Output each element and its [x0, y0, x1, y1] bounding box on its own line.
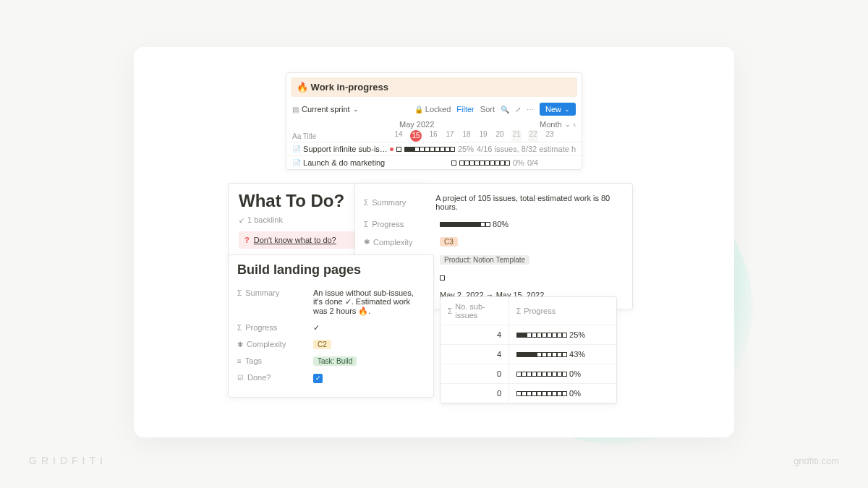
- cell-sub-issues: 0: [441, 384, 509, 403]
- gear-icon: ✱: [237, 341, 243, 348]
- wip-toolbar: ▤ Current sprint ⌄ 🔒 Locked Filter Sort …: [286, 100, 582, 119]
- view-switcher[interactable]: ▤ Current sprint ⌄: [292, 105, 359, 114]
- build-landing-pages-panel: Build landing pages ΣSummary An issue wi…: [228, 254, 434, 398]
- row-meta: 4/16 issues, 8/32 estimate h: [477, 145, 576, 153]
- month-label: May 2022: [292, 120, 434, 129]
- chevron-left-icon[interactable]: ‹: [574, 121, 576, 129]
- tag-pill: Product: Notion Template: [440, 255, 529, 265]
- cell-sub-issues: 4: [441, 345, 509, 364]
- lock-icon: 🔒: [414, 106, 423, 114]
- timeline-day[interactable]: 22: [528, 130, 538, 142]
- timeline-day[interactable]: 19: [478, 130, 488, 142]
- scale-switcher[interactable]: Month ⌄ ‹: [540, 120, 576, 129]
- search-icon[interactable]: 🔍: [501, 106, 509, 114]
- complexity-tag: C2: [313, 340, 331, 349]
- more-icon[interactable]: ⋯: [527, 106, 534, 114]
- expand-icon[interactable]: ⤢: [515, 106, 521, 114]
- brand-wordmark: GRIDFITI: [29, 455, 107, 466]
- page-icon: 📄: [292, 145, 301, 153]
- prop-complexity: ✱Complexity C3: [355, 233, 632, 251]
- chevron-down-icon: ⌄: [565, 121, 571, 128]
- timeline-row[interactable]: 📄 Support infinite sub-issues 25% 4/16 i…: [286, 142, 582, 155]
- page-icon: 📄: [292, 159, 301, 167]
- row-progress: 0% 0/4: [451, 158, 538, 167]
- col-progress[interactable]: ΣProgress: [509, 297, 616, 325]
- new-button[interactable]: New ⌄: [540, 103, 576, 116]
- blp-title: Build landing pages: [237, 262, 425, 278]
- table-row[interactable]: 0 0%: [441, 364, 616, 384]
- brand-url: gridfiti.com: [793, 455, 839, 466]
- tag-pill: Task: Build: [313, 356, 357, 366]
- question-icon: ?: [244, 236, 250, 244]
- wip-banner: 🔥 Work in-progress: [291, 77, 577, 97]
- row-progress: 25% 4/16 issues, 8/32 estimate h: [390, 145, 576, 153]
- sigma-icon: Σ: [448, 307, 452, 315]
- timeline-day[interactable]: 15: [410, 130, 422, 142]
- prop-summary: ΣSummary A project of 105 issues, total …: [355, 189, 632, 215]
- col-sub-issues[interactable]: ΣNo. sub-issues: [441, 297, 509, 325]
- filter-button[interactable]: Filter: [456, 105, 474, 114]
- list-icon: ≡: [237, 357, 242, 365]
- prop-tags: ≡Tags Task: Build: [237, 353, 425, 369]
- timeline-day[interactable]: 20: [495, 130, 505, 142]
- work-in-progress-panel: 🔥 Work in-progress ▤ Current sprint ⌄ 🔒 …: [286, 72, 582, 170]
- progress-value: ✓: [313, 323, 425, 333]
- timeline-day[interactable]: 17: [445, 130, 455, 142]
- timeline-header: May 2022 Month ⌄ ‹: [286, 119, 582, 130]
- table-row[interactable]: 4 43%: [441, 345, 616, 364]
- callout-text: Don't know what to do?: [254, 236, 336, 244]
- timeline-day[interactable]: 21: [511, 130, 522, 142]
- summary-value: A project of 105 issues, total estimated…: [435, 194, 624, 211]
- table-row[interactable]: 4 25%: [441, 325, 616, 345]
- timeline-day[interactable]: 16: [428, 130, 438, 142]
- today-marker: [390, 147, 393, 151]
- gear-icon: ✱: [364, 238, 370, 246]
- prop-progress: ΣProgress ✓: [237, 320, 425, 336]
- backlink-icon: ↙: [239, 216, 244, 224]
- cell-sub-issues: 4: [441, 325, 509, 344]
- prop-done: ☑Done? ✓: [237, 369, 425, 387]
- cell-progress: 0%: [509, 364, 616, 383]
- table-row[interactable]: 0 0%: [441, 384, 616, 403]
- row-meta: 0/4: [527, 158, 538, 167]
- sort-button[interactable]: Sort: [480, 105, 495, 114]
- timeline-row[interactable]: 📄 Launch & do marketing 0% 0/4: [286, 155, 582, 169]
- sigma-icon: Σ: [364, 199, 368, 207]
- cell-progress: 0%: [509, 384, 616, 403]
- title-column-header: Aa Title: [286, 132, 393, 140]
- view-label: Current sprint: [302, 105, 350, 114]
- prop-summary: ΣSummary An issue without sub-issues, it…: [237, 285, 425, 320]
- locked-indicator: 🔒 Locked: [414, 105, 451, 114]
- sigma-icon: Σ: [364, 221, 368, 228]
- sigma-icon: Σ: [237, 289, 242, 297]
- board-icon: ▤: [292, 106, 299, 114]
- timeline-day[interactable]: 14: [393, 130, 404, 142]
- cell-sub-issues: 0: [441, 364, 509, 383]
- chevron-down-icon: ⌄: [564, 106, 570, 113]
- timeline-day[interactable]: 23: [545, 130, 555, 142]
- text-icon: Aa: [292, 132, 301, 140]
- table-header: ΣNo. sub-issues ΣProgress: [441, 297, 616, 325]
- checkbox-icon[interactable]: [451, 160, 456, 166]
- summary-value: An issue without sub-issues, it's done ✓…: [313, 288, 425, 316]
- checkbox-icon[interactable]: [440, 275, 445, 281]
- sigma-icon: Σ: [516, 307, 521, 315]
- done-checkbox[interactable]: ✓: [313, 374, 323, 383]
- checkbox-icon[interactable]: [396, 147, 401, 152]
- prop-progress: ΣProgress 80%: [355, 215, 632, 233]
- sub-issues-table: ΣNo. sub-issues ΣProgress 4 25%4 43%0 0%…: [440, 296, 617, 404]
- chevron-down-icon: ⌄: [353, 106, 359, 113]
- cell-progress: 43%: [509, 345, 616, 364]
- timeline-dates: Aa Title 14151617181920212223: [286, 130, 582, 142]
- row-title: 📄 Support infinite sub-issues: [292, 145, 390, 153]
- sigma-icon: Σ: [237, 324, 242, 332]
- complexity-tag: C3: [440, 237, 458, 247]
- row-title: 📄 Launch & do marketing: [292, 158, 393, 167]
- timeline-day[interactable]: 18: [461, 130, 472, 142]
- progress-value: 80%: [440, 220, 509, 228]
- cell-progress: 25%: [509, 325, 616, 344]
- checkbox-icon: ☑: [237, 374, 244, 382]
- prop-complexity: ✱Complexity C2: [237, 336, 425, 353]
